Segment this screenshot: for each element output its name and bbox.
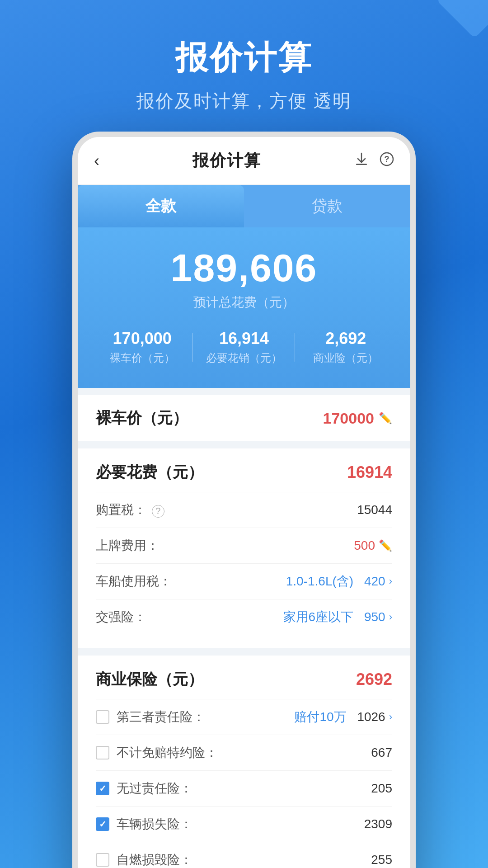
bare-price-section: 裸车价（元） 170000 ✏️ — [78, 395, 410, 441]
no-deductible-label: 不计免赔特约险： — [96, 744, 218, 761]
vehicle-tax-chevron-icon: › — [389, 576, 392, 587]
nav-icons: ? — [354, 152, 394, 170]
bare-price-edit-icon[interactable]: ✏️ — [379, 412, 392, 425]
license-fee-row: 上牌费用： 500 ✏️ — [96, 528, 392, 563]
phone-mockup: ‹ 报价计算 ? 全款 — [72, 132, 416, 868]
page-header: 报价计算 报价及时计算，方便 透明 — [136, 36, 351, 113]
third-party-value[interactable]: 赔付10万 1026 › — [294, 708, 392, 726]
breakdown-bare-price: 170,000 裸车价（元） — [91, 329, 193, 365]
purchase-tax-row: 购置税： ? 15044 — [96, 492, 392, 528]
tab-loan-payment[interactable]: 贷款 — [244, 185, 410, 227]
vehicle-damage-checkbox[interactable] — [96, 817, 109, 831]
purchase-tax-label: 购置税： ? — [96, 501, 164, 519]
no-fault-row: 无过责任险： 205 — [96, 770, 392, 806]
spontaneous-combustion-checkbox[interactable] — [96, 853, 109, 867]
no-deductible-row: 不计免赔特约险： 667 — [96, 735, 392, 770]
third-party-chevron-icon: › — [389, 711, 392, 723]
compulsory-insurance-chevron-icon: › — [389, 611, 392, 623]
help-icon[interactable]: ? — [380, 152, 394, 170]
spontaneous-combustion-label: 自燃损毁险： — [96, 851, 192, 868]
compulsory-insurance-row: 交强险： 家用6座以下 950 › — [96, 599, 392, 635]
decorative-shape — [436, 0, 488, 38]
svg-text:?: ? — [385, 155, 389, 164]
compulsory-insurance-value[interactable]: 家用6座以下 950 › — [283, 609, 392, 626]
no-fault-checkbox[interactable] — [96, 782, 109, 795]
breakdown-insurance: 2,692 商业险（元） — [295, 329, 397, 365]
purchase-tax-value: 15044 — [357, 503, 392, 517]
no-fault-label: 无过责任险： — [96, 780, 192, 797]
necessary-fees-title: 必要花费（元） — [96, 462, 203, 483]
necessary-fees-value: 16914 — [347, 463, 392, 482]
no-fault-value: 205 — [371, 781, 392, 796]
svg-rect-0 — [356, 164, 367, 165]
vehicle-damage-value: 2309 — [364, 817, 392, 831]
back-button[interactable]: ‹ — [94, 151, 99, 170]
page-main-title: 报价计算 — [136, 36, 351, 80]
spontaneous-combustion-row: 自燃损毁险： 255 — [96, 842, 392, 868]
summary-section: 189,606 预计总花费（元） 170,000 裸车价（元） 16,914 必… — [78, 227, 410, 388]
commercial-insurance-header: 商业保险（元） 2692 — [96, 669, 392, 690]
third-party-label: 第三者责任险： — [96, 708, 205, 726]
total-price: 189,606 — [91, 245, 397, 290]
nav-title: 报价计算 — [192, 150, 261, 172]
no-deductible-value: 667 — [371, 745, 392, 760]
vehicle-damage-label: 车辆损失险： — [96, 816, 192, 833]
download-icon[interactable] — [354, 152, 369, 170]
tab-full-payment[interactable]: 全款 — [78, 185, 244, 227]
commercial-insurance-section: 商业保险（元） 2692 第三者责任险： 赔付10万 1026 › — [78, 656, 410, 868]
price-breakdown: 170,000 裸车价（元） 16,914 必要花销（元） 2,692 商业险（… — [91, 329, 397, 365]
page-subtitle: 报价及时计算，方便 透明 — [136, 89, 351, 113]
phone-screen: ‹ 报价计算 ? 全款 — [78, 137, 410, 868]
necessary-fees-section: 必要花费（元） 16914 购置税： ? 15044 上牌费用： 500 ✏️ — [78, 448, 410, 648]
vehicle-tax-value[interactable]: 1.0-1.6L(含) 420 › — [286, 573, 392, 590]
bare-price-label: 裸车价（元） — [96, 408, 188, 429]
vehicle-damage-row: 车辆损失险： 2309 — [96, 806, 392, 842]
vehicle-tax-label: 车船使用税： — [96, 573, 172, 590]
commercial-insurance-value: 2692 — [356, 670, 392, 689]
license-fee-label: 上牌费用： — [96, 537, 159, 554]
compulsory-insurance-label: 交强险： — [96, 609, 146, 626]
total-label: 预计总花费（元） — [91, 294, 397, 311]
no-deductible-checkbox[interactable] — [96, 746, 109, 760]
necessary-fees-header: 必要花费（元） 16914 — [96, 462, 392, 483]
vehicle-tax-row: 车船使用税： 1.0-1.6L(含) 420 › — [96, 563, 392, 599]
third-party-row: 第三者责任险： 赔付10万 1026 › — [96, 699, 392, 735]
license-fee-edit-icon[interactable]: ✏️ — [379, 539, 392, 552]
tabs-container: 全款 贷款 — [78, 185, 410, 227]
nav-bar: ‹ 报价计算 ? — [78, 137, 410, 185]
commercial-insurance-title: 商业保险（元） — [96, 669, 203, 690]
purchase-tax-help-icon[interactable]: ? — [152, 505, 164, 518]
third-party-checkbox[interactable] — [96, 710, 109, 724]
breakdown-necessary-cost: 16,914 必要花销（元） — [193, 329, 295, 365]
bare-price-value: 170000 ✏️ — [323, 410, 392, 427]
license-fee-value: 500 ✏️ — [354, 538, 392, 553]
spontaneous-combustion-value: 255 — [371, 853, 392, 867]
